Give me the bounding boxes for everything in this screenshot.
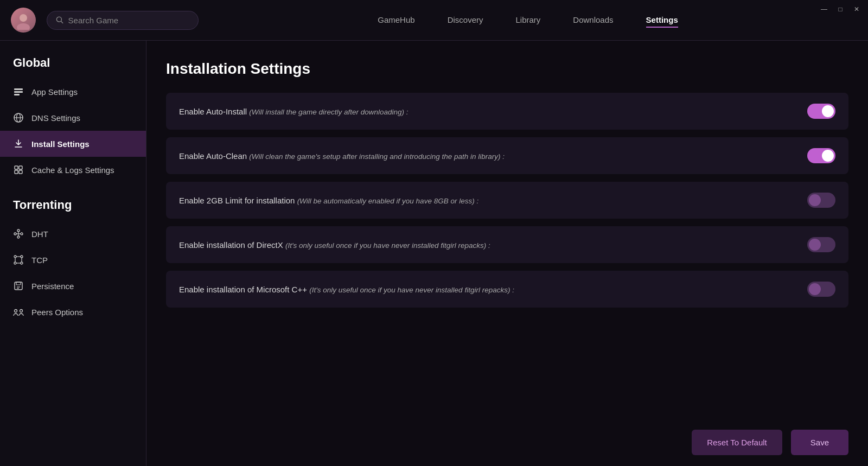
svg-point-17 — [21, 233, 23, 235]
cache-icon — [13, 164, 24, 175]
persistence-icon — [13, 280, 24, 291]
sidebar: Global App Settings DNS Settings Install… — [0, 41, 146, 466]
auto-install-toggle[interactable] — [807, 104, 835, 119]
setting-row-auto-install: Enable Auto-Install (Will install the ga… — [166, 93, 848, 130]
sidebar-item-persistence[interactable]: Persistence — [0, 273, 146, 299]
auto-clean-toggle[interactable] — [807, 148, 835, 163]
nav-discovery[interactable]: Discovery — [448, 13, 483, 28]
msvc-label: Enable installation of Microsoft C++ (It… — [179, 285, 807, 294]
2gb-limit-label: Enable 2GB Limit for installation (Will … — [179, 196, 807, 205]
sidebar-item-peers-options[interactable]: Peers Options — [0, 299, 146, 325]
cache-logs-label: Cache & Logs Settings — [31, 165, 114, 175]
search-icon — [56, 16, 64, 24]
svg-point-23 — [21, 262, 23, 264]
install-icon — [13, 138, 24, 149]
auto-clean-label: Enable Auto-Clean (Will clean the game's… — [179, 151, 807, 161]
setting-row-auto-clean: Enable Auto-Clean (Will clean the game's… — [166, 137, 848, 174]
svg-point-14 — [14, 233, 16, 235]
sidebar-item-dns-settings[interactable]: DNS Settings — [0, 105, 146, 131]
close-button[interactable]: ✕ — [853, 5, 860, 13]
svg-point-21 — [21, 256, 23, 258]
svg-point-15 — [17, 229, 20, 232]
tcp-label: TCP — [31, 256, 48, 265]
search-bar — [47, 11, 199, 30]
peers-icon — [13, 307, 24, 317]
svg-line-3 — [61, 21, 63, 23]
svg-rect-29 — [16, 282, 21, 285]
svg-rect-13 — [19, 170, 22, 174]
directx-label: Enable installation of DirectX (It's onl… — [179, 240, 807, 250]
sidebar-item-cache-logs[interactable]: Cache & Logs Settings — [0, 157, 146, 183]
install-settings-label: Install Settings — [31, 139, 90, 149]
avatar[interactable] — [11, 8, 36, 33]
svg-rect-6 — [14, 94, 20, 95]
app-settings-icon — [13, 86, 24, 97]
nav-library[interactable]: Library — [515, 13, 540, 28]
setting-row-directx: Enable installation of DirectX (It's onl… — [166, 226, 848, 263]
directx-toggle[interactable] — [807, 237, 835, 252]
svg-point-16 — [17, 236, 20, 238]
dns-icon — [13, 112, 24, 123]
dns-settings-label: DNS Settings — [31, 113, 80, 123]
peers-options-label: Peers Options — [31, 308, 83, 317]
dht-icon — [13, 228, 24, 239]
persistence-label: Persistence — [31, 282, 74, 291]
svg-rect-5 — [14, 91, 23, 93]
sidebar-item-install-settings[interactable]: Install Settings — [0, 131, 146, 157]
page-title: Installation Settings — [166, 60, 848, 78]
main-content: Installation Settings Enable Auto-Instal… — [146, 41, 868, 466]
svg-rect-12 — [19, 166, 22, 169]
setting-row-msvc: Enable installation of Microsoft C++ (It… — [166, 271, 848, 308]
svg-point-33 — [20, 310, 23, 312]
global-section-title: Global — [0, 56, 146, 79]
sidebar-item-dht[interactable]: DHT — [0, 221, 146, 247]
2gb-limit-toggle[interactable] — [807, 193, 835, 208]
search-input[interactable] — [68, 16, 189, 25]
msvc-toggle[interactable] — [807, 282, 835, 297]
setting-row-2gb-limit: Enable 2GB Limit for installation (Will … — [166, 182, 848, 219]
svg-point-20 — [14, 256, 16, 258]
tcp-icon — [13, 254, 24, 265]
nav-downloads[interactable]: Downloads — [573, 13, 613, 28]
dht-label: DHT — [31, 229, 48, 239]
svg-point-22 — [14, 262, 16, 264]
svg-point-1 — [17, 23, 30, 30]
header: GameHub Discovery Library Downloads Sett… — [0, 0, 868, 41]
nav-settings[interactable]: Settings — [646, 13, 678, 28]
nav-gamehub[interactable]: GameHub — [378, 13, 414, 28]
svg-point-32 — [15, 310, 17, 312]
reset-to-default-button[interactable]: Reset To Default — [692, 430, 782, 456]
torrenting-section-title: Torrenting — [0, 198, 146, 221]
minimize-button[interactable]: — — [820, 5, 828, 13]
svg-rect-10 — [15, 166, 18, 169]
bottom-bar: Reset To Default Save — [692, 430, 848, 456]
app-settings-label: App Settings — [31, 87, 78, 97]
auto-install-label: Enable Auto-Install (Will install the ga… — [179, 107, 807, 116]
sidebar-item-app-settings[interactable]: App Settings — [0, 79, 146, 105]
svg-rect-4 — [14, 88, 23, 90]
sidebar-item-tcp[interactable]: TCP — [0, 247, 146, 273]
restore-button[interactable]: □ — [837, 5, 844, 13]
nav-links: GameHub Discovery Library Downloads Sett… — [199, 13, 857, 28]
titlebar: — □ ✕ — [813, 0, 868, 18]
save-button[interactable]: Save — [791, 430, 848, 456]
svg-rect-11 — [15, 170, 18, 174]
svg-point-0 — [20, 14, 27, 22]
